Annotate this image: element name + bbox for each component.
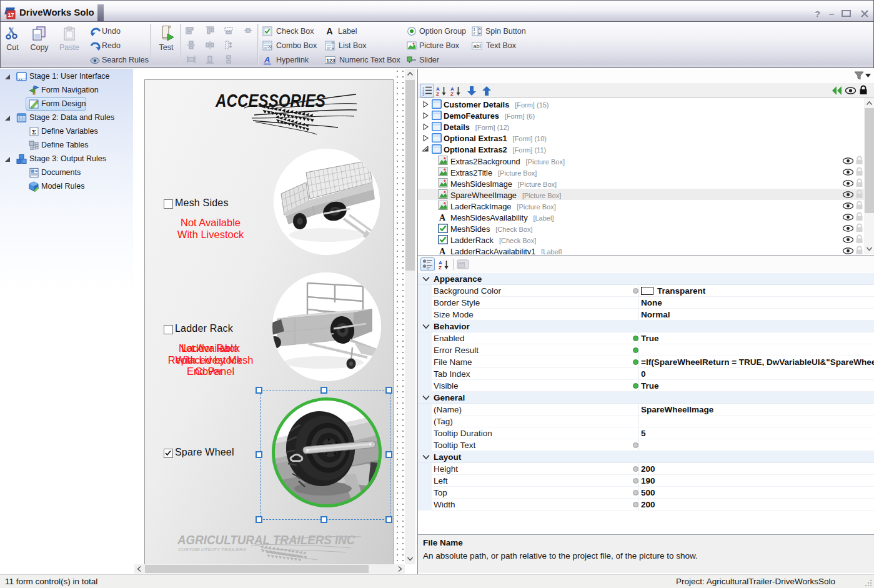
- svg-text:abl: abl: [473, 43, 480, 49]
- svg-text:17: 17: [7, 12, 14, 18]
- svg-text:123: 123: [326, 57, 335, 64]
- svg-text:A: A: [439, 213, 446, 222]
- svg-text:Σ: Σ: [32, 128, 36, 136]
- svg-text:A: A: [264, 55, 270, 64]
- svg-text:Z: Z: [450, 91, 454, 96]
- svg-text:Z: Z: [439, 265, 442, 270]
- svg-text:3: 3: [422, 92, 424, 96]
- svg-text:A: A: [439, 247, 446, 254]
- svg-text:Z: Z: [436, 91, 439, 96]
- svg-text:A: A: [327, 26, 333, 36]
